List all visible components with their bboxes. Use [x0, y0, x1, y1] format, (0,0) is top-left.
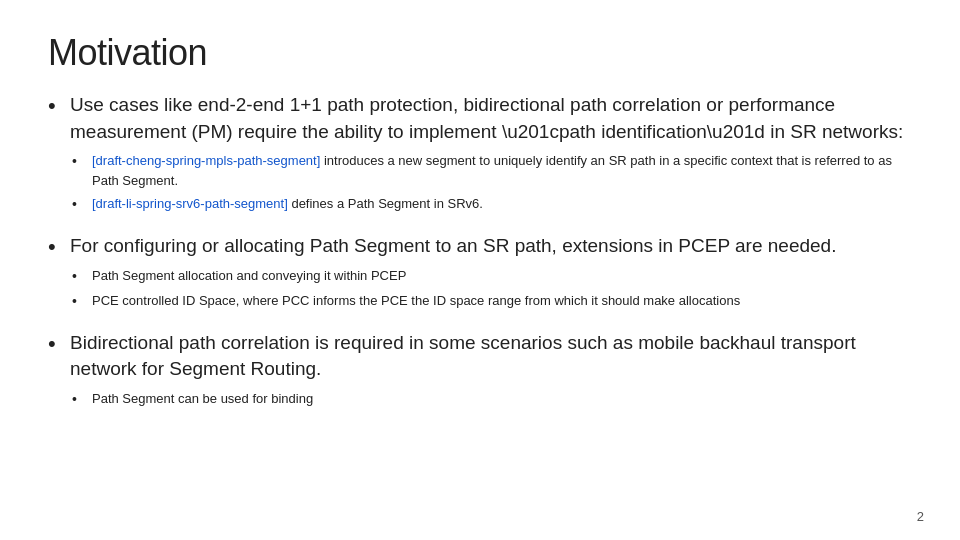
bullet-dot-2: • [48, 233, 66, 262]
slide-title: Motivation [48, 32, 912, 74]
bullet-dot-3: • [48, 330, 66, 359]
sub-bullet-text-1-2: [draft-li-spring-srv6-path-segment] defi… [92, 194, 483, 214]
sub-bullet-dot-2-1: • [72, 266, 88, 287]
section-2-sub-bullets: • Path Segment allocation and conveying … [72, 266, 836, 312]
link-1-1: [draft-cheng-spring-mpls-path-segment] [92, 153, 320, 168]
slide-content: • Use cases like end-2-end 1+1 path prot… [48, 92, 912, 414]
section-3-main-text: Bidirectional path correlation is requir… [70, 332, 856, 380]
slide: Motivation • Use cases like end-2-end 1+… [0, 0, 960, 540]
section-3-body: Bidirectional path correlation is requir… [70, 330, 912, 414]
sub-bullet-dot-1-1: • [72, 151, 88, 172]
section-1-body: Use cases like end-2-end 1+1 path protec… [70, 92, 912, 219]
bullet-dot-1: • [48, 92, 66, 121]
sub-bullet-1-2: • [draft-li-spring-srv6-path-segment] de… [72, 194, 912, 215]
section-1-sub-bullets: • [draft-cheng-spring-mpls-path-segment]… [72, 151, 912, 215]
section-2-main-text: For configuring or allocating Path Segme… [70, 235, 836, 256]
section-3: • Bidirectional path correlation is requ… [48, 330, 912, 414]
sub-bullet-2-1: • Path Segment allocation and conveying … [72, 266, 836, 287]
section-2-body: For configuring or allocating Path Segme… [70, 233, 836, 316]
sub-bullet-1-1: • [draft-cheng-spring-mpls-path-segment]… [72, 151, 912, 190]
sub-bullet-3-1: • Path Segment can be used for binding [72, 389, 912, 410]
sub-bullet-dot-2-2: • [72, 291, 88, 312]
page-number: 2 [917, 509, 924, 524]
sub-bullet-text-2-1: Path Segment allocation and conveying it… [92, 266, 406, 286]
sub-bullet-dot-1-2: • [72, 194, 88, 215]
sub-bullet-text-3-1: Path Segment can be used for binding [92, 389, 313, 409]
sub-bullet-text-1-1: [draft-cheng-spring-mpls-path-segment] i… [92, 151, 912, 190]
section-3-sub-bullets: • Path Segment can be used for binding [72, 389, 912, 410]
sub-bullet-2-2: • PCE controlled ID Space, where PCC inf… [72, 291, 836, 312]
section-2: • For configuring or allocating Path Seg… [48, 233, 912, 316]
section-1: • Use cases like end-2-end 1+1 path prot… [48, 92, 912, 219]
sub-bullet-text-2-2: PCE controlled ID Space, where PCC infor… [92, 291, 740, 311]
sub-bullet-dot-3-1: • [72, 389, 88, 410]
section-1-main-text: Use cases like end-2-end 1+1 path protec… [70, 94, 903, 142]
link-1-2: [draft-li-spring-srv6-path-segment] [92, 196, 288, 211]
